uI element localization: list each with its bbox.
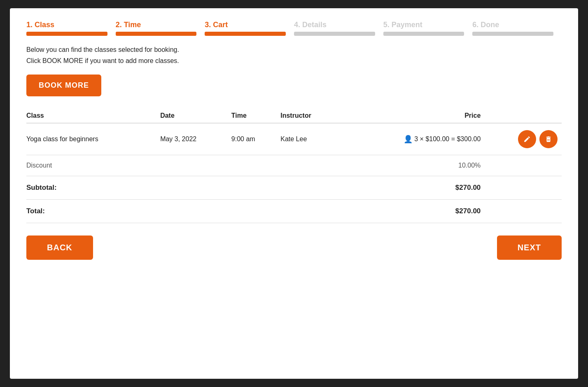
discount-row: Discount10.00% [26, 155, 562, 176]
price-cell-content: 👤3 × $100.00 = $300.00 [342, 135, 481, 144]
total-value: $270.00 [342, 200, 485, 223]
description-line2: Click BOOK MORE if you want to add more … [26, 55, 562, 66]
subtotal-label: Subtotal: [26, 176, 342, 200]
table-header-price: Price [342, 109, 485, 123]
table-cell-class: Yoga class for beginners [26, 123, 160, 155]
table-header-class: Class [26, 109, 160, 123]
cart-table: ClassDateTimeInstructorPrice Yoga class … [26, 109, 562, 223]
main-container: 1. Class2. Time3. Cart4. Details5. Payme… [10, 8, 578, 379]
table-cell-price: 👤3 × $100.00 = $300.00 [342, 123, 485, 155]
stepper: 1. Class2. Time3. Cart4. Details5. Payme… [26, 21, 562, 36]
step-label: 4. Details [294, 21, 375, 29]
price-formula: 3 × $100.00 = $300.00 [414, 135, 481, 143]
total-row: Total:$270.00 [26, 200, 562, 223]
table-header-instructor: Instructor [280, 109, 342, 123]
person-icon: 👤 [404, 135, 413, 144]
total-actions-empty [485, 200, 562, 223]
table-cell-date: May 3, 2022 [160, 123, 231, 155]
discount-value: 10.00% [342, 155, 485, 176]
table-header-time: Time [231, 109, 280, 123]
total-label: Total: [26, 200, 342, 223]
table-cell-time: 9:00 am [231, 123, 280, 155]
subtotal-actions-empty [485, 176, 562, 200]
step-label: 5. Payment [383, 21, 464, 29]
subtotal-row: Subtotal:$270.00 [26, 176, 562, 200]
table-header-date: Date [160, 109, 231, 123]
step-item: 3. Cart [205, 21, 294, 36]
step-bar [472, 32, 553, 36]
table-cell-actions [485, 123, 562, 155]
back-button[interactable]: BACK [26, 235, 93, 260]
table-cell-instructor: Kate Lee [280, 123, 342, 155]
table-row: Yoga class for beginnersMay 3, 20229:00 … [26, 123, 562, 155]
discount-label: Discount [26, 155, 342, 176]
delete-button[interactable] [539, 130, 558, 148]
step-item: 6. Done [472, 21, 562, 36]
subtotal-value: $270.00 [342, 176, 485, 200]
step-bar [383, 32, 464, 36]
table-header-row: ClassDateTimeInstructorPrice [26, 109, 562, 123]
action-buttons [485, 130, 558, 148]
step-label: 1. Class [26, 21, 107, 29]
step-label: 3. Cart [205, 21, 286, 29]
step-item: 2. Time [116, 21, 205, 36]
bottom-divider [26, 223, 562, 223]
step-item: 5. Payment [383, 21, 473, 36]
step-label: 6. Done [472, 21, 553, 29]
edit-button[interactable] [518, 130, 536, 148]
description-line1: Below you can find the classes selected … [26, 44, 562, 55]
table-header-actions [485, 109, 562, 123]
discount-actions-empty [485, 155, 562, 176]
next-button[interactable]: NEXT [497, 235, 562, 260]
book-more-button[interactable]: BOOK MORE [26, 75, 101, 96]
description: Below you can find the classes selected … [26, 44, 562, 66]
step-bar [26, 32, 107, 36]
bottom-nav: BACK NEXT [26, 235, 562, 260]
step-item: 4. Details [294, 21, 383, 36]
step-item: 1. Class [26, 21, 116, 36]
step-bar [116, 32, 197, 36]
step-bar [294, 32, 375, 36]
step-label: 2. Time [116, 21, 197, 29]
step-bar [205, 32, 286, 36]
